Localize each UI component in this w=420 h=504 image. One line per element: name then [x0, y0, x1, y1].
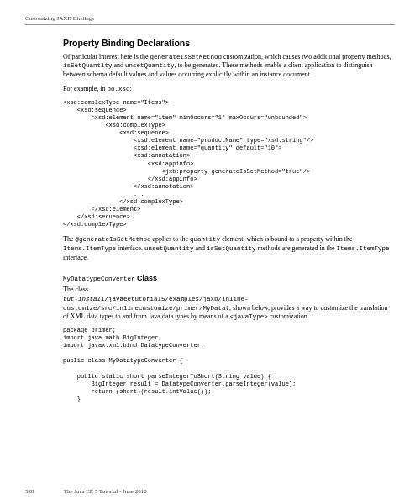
code-inline: Items.ItemType: [63, 245, 116, 252]
text: The: [63, 235, 75, 243]
text: interface.: [116, 244, 144, 252]
code-inline: Items.ItemType: [337, 245, 390, 252]
code-inline: isSetQuantity: [207, 245, 256, 252]
text: customization.: [268, 312, 309, 320]
text: and: [113, 61, 126, 69]
code-inline: unsetQuantity: [125, 62, 175, 69]
section-title-mydatatypeconverter: MyDatatypeConverter Class: [63, 273, 395, 283]
text: For example, in: [63, 85, 107, 92]
code-inline: tut-install: [63, 296, 105, 302]
text: Of particular interest here is the: [63, 53, 150, 60]
page-footer: 528 The Java EE 5 Tutorial • June 2010: [25, 488, 395, 496]
page-number: 528: [25, 488, 62, 496]
text: :: [129, 85, 131, 92]
code-block-java: package primer; import java.math.BigInte…: [63, 327, 395, 403]
code-inline: isSetQuantity: [63, 62, 113, 69]
text: element, which is bound to a property wi…: [220, 235, 352, 243]
text: interface.: [63, 254, 88, 261]
running-header: Customizing JAXB Bindings: [25, 15, 395, 25]
text: applies to the: [150, 235, 190, 243]
paragraph: For example, in po.xsd:: [63, 85, 395, 94]
code-inline: po.xsd: [107, 86, 129, 92]
paragraph: Of particular interest here is the gener…: [63, 53, 395, 80]
code-inline: unsetQuantity: [144, 245, 194, 252]
paragraph: The @generateIsSetMethod applies to the …: [63, 235, 395, 262]
code-inline: quantity: [190, 236, 220, 243]
text: Class: [135, 274, 158, 282]
text: methods are generated in the: [256, 244, 337, 252]
main-content: Property Binding Declarations Of particu…: [63, 37, 395, 403]
book-title-footer: The Java EE 5 Tutorial • June 2010: [64, 488, 147, 495]
paragraph: The class tut-install/javaeetutorial5/ex…: [63, 286, 395, 322]
page: Customizing JAXB Bindings Property Bindi…: [0, 0, 420, 504]
code-inline: @generateIsSetMethod: [75, 236, 150, 243]
text: The class: [63, 286, 88, 293]
code-inline: <javaType>: [230, 313, 268, 320]
text: customization, which causes two addition…: [222, 53, 391, 60]
section-title-property-binding: Property Binding Declarations: [63, 37, 395, 49]
code-inline: generateIsSetMethod: [150, 54, 223, 60]
text: and: [194, 244, 207, 252]
text: MyDatatypeConverter: [63, 276, 135, 282]
code-block-xsd: <xsd:complexType name="Items"> <xsd:sequ…: [63, 99, 395, 229]
